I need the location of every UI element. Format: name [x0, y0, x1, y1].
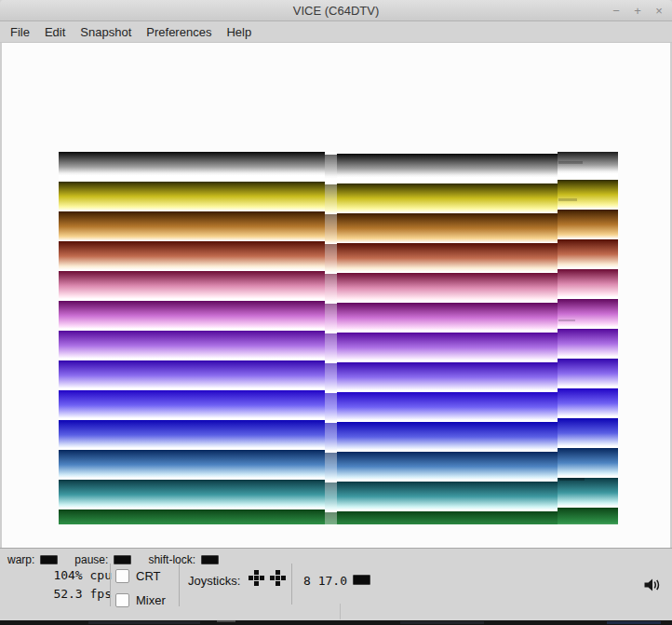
separator: [179, 564, 180, 606]
minimize-icon[interactable]: −: [611, 0, 622, 21]
color-band-indigo: [337, 392, 558, 422]
pattern-section-left: [59, 152, 325, 524]
color-band-pink: [59, 271, 325, 301]
menu-item-preferences[interactable]: Preferences: [139, 22, 219, 42]
glitch-artifact: [558, 161, 583, 164]
color-band-purple: [325, 333, 337, 363]
joystick-dpad-icon: [249, 570, 264, 586]
color-band-purple: [59, 331, 325, 360]
color-band-red: [59, 241, 325, 271]
color-band-blue: [325, 423, 337, 453]
color-band-indigo: [59, 390, 325, 420]
warp-led[interactable]: [40, 555, 58, 564]
color-band-purple: [337, 333, 558, 362]
color-band-orange: [59, 211, 325, 241]
color-band-gray: [59, 152, 325, 182]
color-band-yellow: [558, 180, 618, 210]
menu-item-snapshot[interactable]: Snapshot: [73, 22, 139, 42]
color-band-orange: [558, 210, 618, 239]
color-band-purple: [558, 329, 618, 359]
mixer-checkbox-label[interactable]: Mixer: [136, 593, 166, 607]
crt-checkbox-label[interactable]: CRT: [136, 569, 160, 583]
volume-icon[interactable]: [643, 577, 662, 592]
window-controls: − + ×: [611, 0, 665, 21]
color-band-teal: [59, 480, 325, 510]
color-band-azure: [558, 448, 618, 478]
joystick-dpad-icon: [270, 570, 286, 586]
indicator-label: warp:: [7, 553, 34, 566]
color-band-yellow: [337, 183, 558, 213]
shift-lock-led[interactable]: [201, 555, 219, 564]
color-band-magenta: [558, 299, 618, 329]
color-band-blue: [337, 422, 558, 452]
indicator-label: shift-lock:: [148, 553, 195, 566]
color-band-violet: [337, 362, 558, 392]
status-bar: warp:pause:shift-lock: 104% cpu 52.3 fps…: [0, 548, 672, 620]
color-band-magenta: [325, 304, 337, 333]
color-band-teal: [337, 482, 558, 511]
separator: [340, 604, 341, 619]
color-band-gray: [337, 154, 558, 183]
vice-window: { "window": { "title": "VICE (C64DTV)", …: [0, 0, 672, 625]
joystick-status-value: 8 17.0: [303, 574, 347, 588]
background-window-fragment: [217, 620, 235, 622]
performance-readout: 104% cpu 52.3 fps: [4, 566, 112, 604]
pattern-section-glitch-column: [325, 152, 337, 524]
color-band-red: [558, 239, 618, 269]
title-bar[interactable]: VICE (C64DTV) − + ×: [0, 0, 672, 21]
color-band-yellow: [325, 184, 337, 214]
color-test-pattern: [59, 152, 618, 524]
mixer-checkbox[interactable]: [115, 593, 129, 607]
color-band-blue: [59, 420, 325, 450]
background-window-fragment: [400, 621, 484, 624]
color-band-violet: [558, 359, 618, 388]
color-band-red: [337, 243, 558, 273]
pause-led[interactable]: [114, 555, 131, 564]
pattern-section-middle: [337, 152, 558, 524]
cpu-percentage: 104% cpu: [4, 566, 112, 585]
background-window-fragment: [607, 621, 661, 624]
color-band-magenta: [59, 301, 325, 331]
color-band-green: [558, 508, 618, 524]
color-band-azure: [337, 452, 558, 482]
color-band-teal: [558, 478, 618, 508]
color-band-violet: [325, 363, 337, 393]
joystick-led: [353, 575, 370, 585]
menu-item-help[interactable]: Help: [219, 22, 259, 42]
maximize-icon[interactable]: +: [632, 0, 643, 21]
color-band-pink: [337, 273, 558, 303]
emulator-screen[interactable]: [0, 43, 672, 548]
color-band-violet: [59, 360, 325, 390]
crt-checkbox[interactable]: [115, 569, 129, 583]
color-band-orange: [325, 214, 337, 244]
color-band-green: [59, 510, 325, 524]
menu-bar: FileEditSnapshotPreferencesHelp: [0, 21, 672, 43]
color-band-yellow: [59, 182, 325, 211]
joysticks-label: Joysticks:: [188, 574, 240, 588]
indicator-warp: warp:: [7, 553, 58, 566]
color-band-green: [325, 512, 337, 524]
indicator-shift-lock: shift-lock:: [148, 553, 219, 566]
window-title: VICE (C64DTV): [293, 4, 379, 18]
close-icon[interactable]: ×: [653, 0, 665, 21]
color-band-gray: [325, 155, 337, 184]
glitch-artifact: [558, 478, 585, 481]
color-band-teal: [325, 482, 337, 512]
color-band-blue: [558, 418, 618, 448]
separator: [110, 564, 111, 606]
color-band-pink: [558, 269, 618, 299]
pattern-section-right: [558, 152, 618, 524]
glitch-artifact: [558, 319, 575, 321]
fps-counter: 52.3 fps: [4, 585, 112, 604]
color-band-indigo: [325, 393, 337, 423]
color-band-pink: [325, 274, 337, 304]
separator: [291, 564, 292, 605]
color-band-magenta: [337, 303, 558, 333]
indicator-pause: pause:: [74, 553, 131, 566]
menu-item-edit[interactable]: Edit: [37, 22, 73, 42]
color-band-orange: [337, 213, 558, 243]
color-band-indigo: [558, 388, 618, 418]
menu-item-file[interactable]: File: [3, 22, 37, 42]
color-band-green: [337, 511, 558, 524]
glitch-artifact: [558, 198, 577, 201]
